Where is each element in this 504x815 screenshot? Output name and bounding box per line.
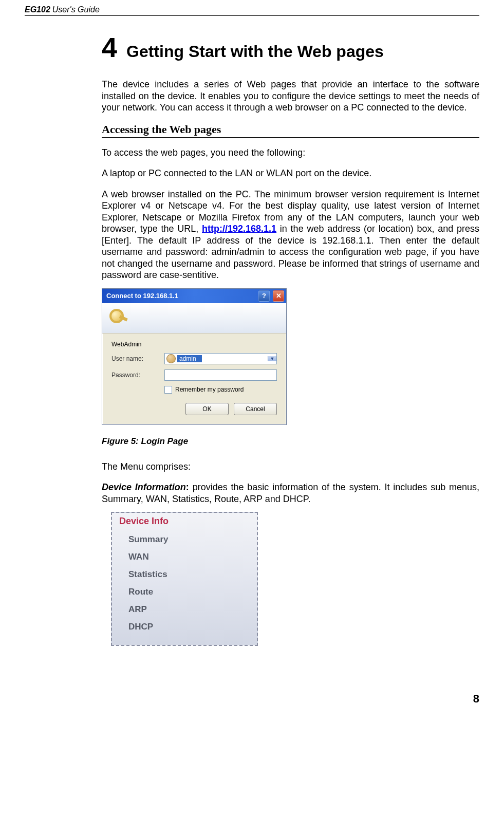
remember-checkbox[interactable] xyxy=(164,386,172,394)
dialog-titlebar: Connect to 192.168.1.1 ? ✕ xyxy=(102,289,286,303)
dialog-title-text: Connect to 192.168.1.1 xyxy=(106,292,255,300)
remember-label: Remember my password xyxy=(175,386,244,393)
menu-intro: The Menu comprises: xyxy=(102,461,479,473)
access-prereq-intro: To access the web pages, you need the fo… xyxy=(102,147,479,159)
username-row: User name: admin ▼ xyxy=(111,353,277,364)
username-combo[interactable]: admin ▼ xyxy=(164,353,277,364)
menu-item-statistics[interactable]: Statistics xyxy=(119,566,252,583)
router-url-link[interactable]: http://192.168.1.1 xyxy=(202,224,276,234)
close-icon[interactable]: ✕ xyxy=(273,290,284,302)
remember-row[interactable]: Remember my password xyxy=(164,386,277,394)
chapter-heading: Getting Start with the Web pages xyxy=(126,42,384,61)
access-prereq-browser: A web browser installed on the PC. The m… xyxy=(102,189,479,281)
menu-item-wan[interactable]: WAN xyxy=(119,548,252,566)
dialog-body: WebAdmin User name: admin ▼ Password: xyxy=(102,334,286,424)
help-icon[interactable]: ? xyxy=(258,290,270,302)
menu-item-route[interactable]: Route xyxy=(119,583,252,601)
guide-label: User's Guide xyxy=(52,5,100,14)
content-area: 4 Getting Start with the Web pages The d… xyxy=(25,31,479,646)
menu-item-summary[interactable]: Summary xyxy=(119,531,252,548)
chapter-title: 4 Getting Start with the Web pages xyxy=(102,31,479,63)
ok-button[interactable]: OK xyxy=(185,403,229,415)
page: EG102 User's Guide 4 Getting Start with … xyxy=(0,0,504,721)
dialog-buttons: OK Cancel xyxy=(111,403,277,415)
device-info-title[interactable]: Device Info xyxy=(119,516,252,527)
menu-item-dhcp[interactable]: DHCP xyxy=(119,618,252,636)
section-heading: Accessing the Web pages xyxy=(102,123,479,138)
product-name: EG102 xyxy=(25,5,50,14)
user-icon xyxy=(166,354,176,363)
password-label: Password: xyxy=(111,372,160,379)
realm-label: WebAdmin xyxy=(111,341,141,348)
chevron-down-icon[interactable]: ▼ xyxy=(268,356,276,361)
username-value: admin xyxy=(177,355,202,362)
realm-row: WebAdmin xyxy=(111,341,277,348)
device-info-label: Device Information xyxy=(102,482,186,492)
keys-icon xyxy=(108,308,129,328)
login-dialog: Connect to 192.168.1.1 ? ✕ WebAdmin User… xyxy=(102,288,287,425)
password-input[interactable] xyxy=(164,369,277,381)
intro-paragraph: The device includes a series of Web page… xyxy=(102,79,479,114)
chapter-number: 4 xyxy=(102,31,117,63)
password-row: Password: xyxy=(111,369,277,381)
menu-item-arp[interactable]: ARP xyxy=(119,601,252,618)
device-info-paragraph: Device Information: provides the basic i… xyxy=(102,481,479,505)
figure-caption: Figure 5: Login Page xyxy=(102,436,479,447)
device-info-menu: Device Info Summary WAN Statistics Route… xyxy=(111,512,258,646)
cancel-button[interactable]: Cancel xyxy=(234,403,277,415)
page-number: 8 xyxy=(25,692,479,706)
password-field[interactable] xyxy=(165,372,276,379)
dialog-banner xyxy=(102,303,286,334)
access-prereq-laptop: A laptop or PC connected to the LAN or W… xyxy=(102,168,479,179)
document-header: EG102 User's Guide xyxy=(25,5,479,16)
username-label: User name: xyxy=(111,355,160,362)
